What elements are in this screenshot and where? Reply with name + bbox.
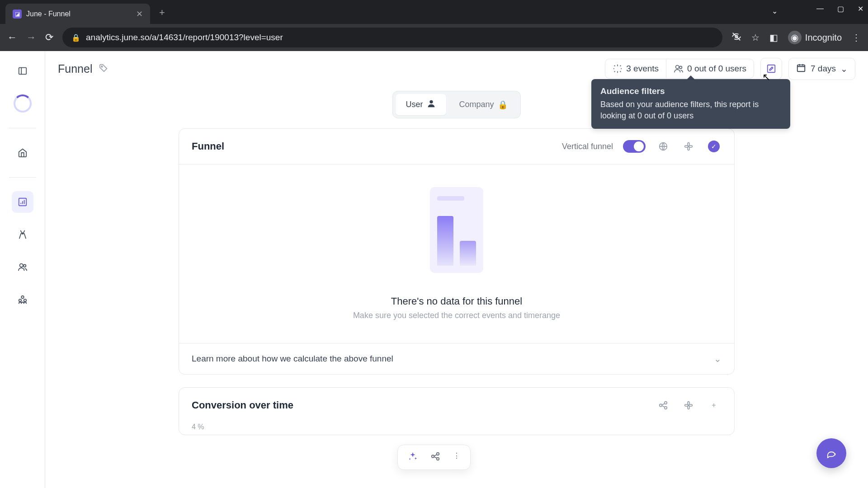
close-tab-icon[interactable]: ✕	[136, 9, 143, 19]
chevron-down-icon: ⌄	[840, 64, 848, 74]
share-icon[interactable]	[656, 398, 671, 413]
add-icon[interactable]: +	[706, 398, 722, 413]
svg-point-5	[23, 265, 26, 267]
svg-rect-1	[19, 68, 26, 75]
funnel-card-actions: Vertical funnel ✓	[562, 139, 722, 154]
vertical-funnel-toggle[interactable]	[623, 140, 646, 153]
svg-rect-19	[689, 145, 692, 147]
sidebar-home[interactable]	[12, 142, 33, 164]
conversion-card-actions: +	[656, 398, 722, 413]
empty-state-title: There's no data for this funnel	[192, 296, 722, 307]
sidebar-collapse-button[interactable]	[12, 60, 33, 82]
level-company-button[interactable]: Company 🔒	[449, 94, 517, 115]
url-input[interactable]: 🔒 analytics.june.so/a/14631/report/19001…	[62, 28, 722, 47]
sidebar	[0, 51, 45, 488]
svg-point-21	[665, 402, 667, 404]
more-menu-icon[interactable]: ⋮	[453, 451, 460, 463]
edit-button[interactable]	[760, 58, 782, 80]
date-range-selector[interactable]: 7 days ⌄	[788, 58, 855, 80]
back-button[interactable]: ←	[7, 32, 17, 43]
conversion-card-header: Conversion over time +	[179, 388, 734, 423]
browser-chrome: ◪ June - Funnel ✕ + ⌄ — ▢ ✕ ← → ⟳ 🔒 anal…	[0, 0, 868, 51]
svg-rect-26	[689, 404, 692, 406]
svg-point-27	[432, 455, 434, 458]
incognito-chip[interactable]: ◉ Incognito	[788, 31, 842, 44]
date-range-label: 7 days	[811, 64, 836, 74]
chevron-down-icon: ⌄	[714, 353, 722, 364]
tracking-off-icon[interactable]	[731, 32, 741, 44]
divider	[9, 128, 36, 128]
svg-point-11	[679, 66, 682, 69]
svg-point-9	[101, 66, 103, 67]
reload-button[interactable]: ⟳	[45, 32, 53, 43]
app-root: Funnel 3 events 0 out	[0, 51, 868, 488]
events-label: 3 events	[626, 64, 659, 74]
empty-state-subtitle: Make sure you selected the correct event…	[192, 311, 722, 320]
address-bar: ← → ⟳ 🔒 analytics.june.so/a/14631/report…	[0, 24, 868, 51]
globe-icon[interactable]	[656, 139, 671, 154]
svg-point-8	[24, 299, 26, 302]
tooltip-title: Audience filters	[600, 86, 781, 96]
tab-strip: ◪ June - Funnel ✕ + ⌄ — ▢ ✕	[0, 0, 868, 24]
incognito-avatar-icon: ◉	[788, 31, 802, 44]
svg-rect-13	[797, 65, 805, 71]
audience-label: 0 out of 0 users	[687, 64, 746, 74]
user-icon	[426, 99, 436, 111]
chat-button[interactable]	[816, 438, 846, 468]
floating-action-bar: ⋮	[397, 445, 471, 470]
audience-segment[interactable]: 0 out of 0 users	[666, 59, 754, 78]
check-badge-icon[interactable]: ✓	[706, 139, 722, 154]
calendar-icon	[796, 63, 806, 75]
url-text: analytics.june.so/a/14631/report/190013?…	[86, 33, 283, 42]
svg-rect-25	[685, 404, 688, 406]
sidebar-events[interactable]	[12, 224, 33, 245]
browser-tab[interactable]: ◪ June - Funnel ✕	[5, 4, 150, 24]
svg-point-4	[19, 264, 23, 267]
ai-sparkle-icon[interactable]	[408, 451, 418, 463]
forward-button[interactable]: →	[26, 32, 36, 43]
level-company-label: Company	[459, 100, 494, 109]
y-axis-label: 4 %	[179, 423, 734, 435]
window-controls: — ▢ ✕	[816, 5, 863, 13]
svg-rect-18	[685, 145, 688, 147]
minimize-icon[interactable]: —	[816, 5, 824, 13]
funnel-card-header: Funnel Vertical funnel ✓	[179, 129, 734, 164]
tooltip-body: Based on your audience filters, this rep…	[600, 99, 781, 122]
level-user-label: User	[406, 100, 423, 109]
tab-list-chevron-icon[interactable]: ⌄	[772, 7, 778, 15]
svg-point-28	[437, 453, 439, 455]
svg-point-6	[21, 296, 24, 299]
sidebar-companies[interactable]	[12, 289, 33, 310]
close-window-icon[interactable]: ✕	[858, 5, 863, 13]
reader-icon[interactable]: ◧	[769, 32, 778, 43]
svg-point-3	[22, 233, 23, 234]
content-area: User Company 🔒 Funnel Vertic	[45, 91, 868, 435]
slack-icon[interactable]	[681, 398, 696, 413]
lock-icon: 🔒	[498, 100, 508, 110]
funnel-card-title: Funnel	[192, 141, 224, 152]
tag-icon[interactable]	[99, 63, 108, 75]
divider	[9, 177, 36, 178]
level-toggle-group: User Company 🔒	[392, 91, 520, 118]
header-actions: 3 events 0 out of 0 users	[605, 58, 855, 80]
maximize-icon[interactable]: ▢	[837, 5, 844, 13]
level-user-button[interactable]: User	[396, 94, 446, 115]
incognito-label: Incognito	[805, 33, 842, 43]
sidebar-reports[interactable]	[12, 191, 33, 213]
bookmark-star-icon[interactable]: ☆	[751, 32, 760, 43]
main-content: Funnel 3 events 0 out	[45, 51, 868, 488]
vertical-funnel-label: Vertical funnel	[562, 142, 613, 151]
svg-point-20	[660, 404, 662, 407]
tab-title: June - Funnel	[26, 10, 71, 18]
favicon-icon: ◪	[13, 9, 22, 19]
conversion-card-title: Conversion over time	[192, 399, 293, 411]
slack-icon[interactable]	[681, 139, 696, 154]
learn-more-row[interactable]: Learn more about how we calculate the ab…	[179, 343, 734, 374]
share-icon[interactable]	[430, 451, 440, 463]
events-segment[interactable]: 3 events	[605, 59, 666, 78]
sidebar-logo[interactable]	[12, 93, 33, 114]
sidebar-users[interactable]	[12, 256, 33, 278]
new-tab-button[interactable]: +	[159, 7, 165, 19]
funnel-card-body: There's no data for this funnel Make sur…	[179, 164, 734, 343]
browser-menu-icon[interactable]: ⋮	[852, 32, 861, 43]
